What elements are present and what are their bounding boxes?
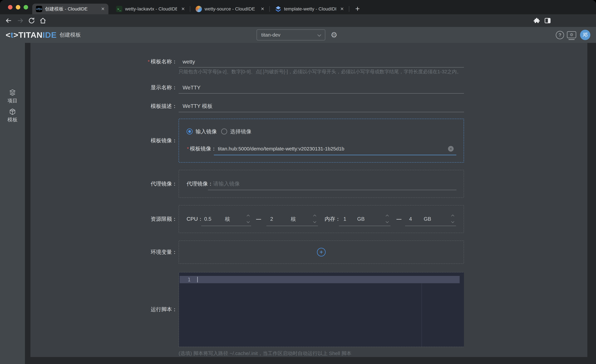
- tab-title: template-wetty - CloudIDE: [284, 6, 336, 12]
- cpu-max-input[interactable]: 2: [270, 216, 273, 222]
- radio-select-image-label: 选择镜像: [230, 128, 252, 135]
- tab-create-template[interactable]: <t> 创建模板 - CloudIDE ✕: [32, 4, 108, 14]
- environment-select-value: titan-dev: [261, 32, 280, 38]
- sidebar-item-templates[interactable]: 模板: [0, 108, 25, 123]
- cpu-max-underline: [266, 226, 318, 226]
- add-env-var-button[interactable]: +: [317, 248, 326, 256]
- settings-gear-icon[interactable]: ⚙: [331, 30, 337, 39]
- tab-close-icon[interactable]: ✕: [180, 6, 185, 12]
- radio-input-image[interactable]: [186, 129, 193, 134]
- resource-quota-box: [179, 205, 464, 233]
- tab-separator: [269, 6, 270, 12]
- template-image-box: [179, 119, 464, 163]
- tab-template-wetty[interactable]: template-wetty - CloudIDE ✕: [271, 4, 348, 14]
- template-image-inner-label: *模板镜像：: [187, 145, 216, 153]
- memory-min-unit: GB: [357, 216, 365, 222]
- proxy-image-label: 代理镜像：: [101, 180, 177, 188]
- system-monitor-base: [569, 39, 574, 40]
- home-icon[interactable]: [39, 17, 46, 24]
- sidebar-item-projects[interactable]: 项目: [0, 89, 25, 104]
- user-avatar[interactable]: 邓: [580, 30, 590, 40]
- memory-max-input[interactable]: 4: [409, 216, 412, 222]
- range-dash: —: [396, 216, 402, 222]
- display-name-input[interactable]: WeTTY: [183, 85, 201, 91]
- traffic-close-button[interactable]: [8, 5, 13, 9]
- environment-select[interactable]: titan-dev: [257, 29, 325, 40]
- reload-icon[interactable]: [28, 17, 35, 24]
- proxy-image-underline: [208, 190, 456, 190]
- tab-close-icon[interactable]: ✕: [339, 6, 344, 12]
- editor-ruler-line: [422, 283, 422, 347]
- layers-icon: [9, 89, 16, 96]
- cpu-min-input[interactable]: 0.5: [204, 216, 211, 222]
- sidebar-item-label: 项目: [0, 97, 25, 104]
- tab-title: 创建模板 - CloudIDE: [45, 6, 97, 12]
- tab-separator: [190, 6, 190, 12]
- app-sidebar: 项目 模板: [0, 43, 25, 364]
- memory-min-input[interactable]: 1: [343, 216, 346, 222]
- cpu-min-underline: [201, 226, 251, 226]
- description-input[interactable]: WeTTY 模板: [183, 102, 213, 110]
- memory-label: 内存：: [325, 215, 341, 223]
- display-name-label: 显示名称：: [101, 84, 177, 91]
- browser-window: <t> 创建模板 - CloudIDE ✕ >_ wetty-lackavtx …: [0, 0, 596, 364]
- traffic-zoom-button[interactable]: [24, 5, 28, 9]
- tab-title: wetty-lackavtx - CloudIDE: [125, 6, 177, 12]
- template-image-input[interactable]: titan.hub:5000/demo/template-wetty:v2023…: [218, 146, 344, 152]
- extensions-puzzle-icon[interactable]: [533, 17, 540, 24]
- editor-cursor: [197, 277, 198, 282]
- range-dash: —: [256, 216, 261, 222]
- editor-line-number: 1: [179, 276, 191, 283]
- cpu-min-unit: 核: [225, 216, 230, 223]
- description-label: 模板描述：: [101, 102, 177, 110]
- back-icon[interactable]: [5, 17, 12, 24]
- script-code-editor[interactable]: 1: [179, 272, 464, 347]
- resource-quota-label: 资源限额：: [101, 215, 177, 223]
- cpu-max-unit: 核: [291, 216, 296, 223]
- template-favicon-icon: [275, 6, 281, 12]
- proxy-image-inner-label: 代理镜像：: [186, 180, 213, 188]
- template-image-label: 模板镜像：: [101, 137, 177, 144]
- tab-close-icon[interactable]: ✕: [100, 6, 105, 12]
- env-vars-label: 环境变量：: [101, 248, 177, 256]
- app-header: <t>TITANIDE 创建模板 titan-dev ⚙ ? ⚙ 邓: [0, 27, 596, 43]
- radio-select-image[interactable]: [221, 129, 227, 134]
- memory-min-underline: [339, 226, 390, 226]
- sidebar-item-label: 模板: [0, 116, 25, 123]
- cube-icon: [9, 108, 16, 115]
- description-underline: [179, 112, 464, 112]
- tab-strip: <t> 创建模板 - CloudIDE ✕ >_ wetty-lackavtx …: [0, 0, 596, 14]
- display-name-underline: [179, 93, 464, 94]
- system-monitor-icon[interactable]: ⚙: [567, 31, 576, 38]
- template-name-input[interactable]: wetty: [183, 59, 195, 65]
- tab-separator: [349, 6, 349, 12]
- radio-input-image-label: 输入镜像: [195, 128, 217, 135]
- template-name-underline: [179, 67, 464, 67]
- browser-toolbar: go.titanide.cn /ide/web/workspace/templa…: [0, 14, 596, 27]
- proxy-image-input[interactable]: 请输入镜像: [213, 180, 240, 188]
- clear-input-icon[interactable]: ✕: [448, 146, 454, 152]
- run-script-hint: (选填) 脚本将写入路径 ~/.cache/.init，当工作区启动时自动运行以…: [179, 350, 351, 357]
- forward-icon[interactable]: [17, 17, 24, 24]
- template-name-hint: 只能包含小写字母[a-z]、数字[0-9]、点[.]与破折号[-]，必须以小写字…: [179, 68, 462, 75]
- tab-wetty-source[interactable]: wetty-source - CloudIDE ✕: [192, 4, 268, 14]
- page-title: 创建模板: [60, 31, 81, 39]
- required-asterisk: *: [187, 146, 189, 151]
- cpu-label: CPU：: [186, 215, 203, 223]
- titanide-logo: <t>TITANIDE: [6, 30, 57, 40]
- help-icon[interactable]: ?: [556, 31, 564, 39]
- tab-wetty-lackavtx[interactable]: >_ wetty-lackavtx - CloudIDE ✕: [112, 4, 189, 14]
- chevron-down-icon: [317, 33, 321, 37]
- new-tab-button[interactable]: +: [353, 4, 363, 14]
- editor-active-line: [179, 276, 460, 283]
- tab-title: wetty-source - CloudIDE: [205, 6, 257, 12]
- memory-max-unit: GB: [424, 216, 431, 222]
- side-panel-icon[interactable]: [544, 17, 551, 24]
- terminal-favicon-icon: >_: [116, 6, 122, 12]
- tab-close-icon[interactable]: ✕: [259, 6, 264, 12]
- memory-max-underline: [405, 226, 456, 226]
- required-asterisk: *: [148, 59, 150, 64]
- run-script-label: 运行脚本：: [101, 306, 177, 313]
- titanide-favicon-icon: <t>: [36, 6, 42, 12]
- traffic-minimize-button[interactable]: [16, 5, 20, 9]
